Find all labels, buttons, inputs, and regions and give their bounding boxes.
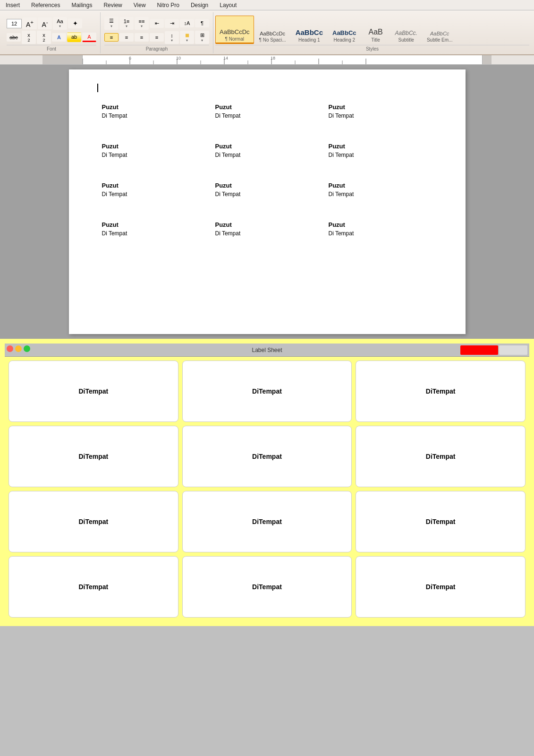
style-h2-preview: AaBbCc — [332, 29, 356, 36]
document-area: Puzut Di Tempat Puzut Di Tempat Puzut Di… — [0, 65, 534, 339]
style-title-preview: AaB — [368, 28, 382, 36]
font-size-input[interactable] — [7, 19, 22, 28]
mini-btn-1[interactable] — [460, 345, 498, 355]
style-no-spacing[interactable]: AaBbCcDc ¶ No Spaci... — [255, 16, 290, 44]
mini-btn-2[interactable] — [499, 345, 527, 355]
style-subtle-em[interactable]: AaBbCc Subtle Em... — [423, 16, 457, 44]
grow-font-button[interactable]: A+ — [23, 17, 37, 30]
increase-indent-button[interactable]: ⇥ — [165, 19, 179, 28]
doc-cell-8: Puzut Di Tempat — [211, 172, 324, 212]
highlight-button[interactable]: ab — [67, 33, 81, 42]
align-center-button[interactable]: ≡ — [119, 33, 134, 42]
multilevel-button[interactable]: ≡≡▾ — [135, 17, 149, 30]
bullets-button[interactable]: ☰▾ — [104, 17, 119, 30]
cell-9-subtext: Di Tempat — [329, 191, 423, 198]
cell-6-heading: Puzut — [329, 143, 423, 150]
label-7-text2: Tempat — [85, 518, 108, 525]
document-grid: Puzut Di Tempat Puzut Di Tempat Puzut Di… — [97, 94, 437, 251]
cell-6-subtext: Di Tempat — [329, 152, 423, 158]
menu-bar: Insert References Mailings Review View N… — [0, 0, 534, 10]
label-3-text2: Tempat — [432, 387, 456, 395]
label-3-text: Di — [426, 387, 432, 395]
taskbar-mini — [460, 345, 527, 355]
label-10-text: Di — [78, 583, 85, 591]
label-cell-12: Di Tempat — [356, 556, 526, 618]
cell-11-subtext: Di Tempat — [215, 230, 310, 237]
label-5-text2: Tempat — [259, 453, 282, 460]
label-9-text: Di — [426, 518, 432, 525]
superscript-button[interactable]: x2 — [37, 31, 51, 44]
close-button[interactable] — [7, 345, 13, 352]
doc-cell-3: Puzut Di Tempat — [324, 94, 437, 133]
decrease-indent-button[interactable]: ⇤ — [150, 19, 164, 28]
align-justify-button[interactable]: ≡ — [150, 33, 164, 42]
font-group-label: Font — [7, 45, 96, 52]
cell-2-subtext: Di Tempat — [215, 112, 310, 119]
cell-3-subtext: Di Tempat — [329, 112, 423, 119]
line-spacing-button[interactable]: ↕▾ — [165, 31, 179, 44]
minimize-button[interactable] — [15, 345, 22, 352]
style-nospace-preview: AaBbCcDc — [260, 31, 285, 36]
numbering-button[interactable]: 1≡▾ — [119, 17, 134, 30]
sort-button[interactable]: ↕A — [180, 19, 194, 27]
strikethrough-button[interactable]: abc — [7, 33, 21, 42]
subscript-button[interactable]: x2 — [22, 31, 36, 44]
doc-cell-4: Puzut Di Tempat — [97, 133, 211, 172]
menu-view[interactable]: View — [132, 1, 148, 9]
menu-design[interactable]: Design — [189, 1, 210, 9]
label-1-text: Di — [78, 387, 85, 395]
font-color-button[interactable]: A — [82, 33, 96, 42]
clear-format-button[interactable]: ✦ — [68, 18, 82, 28]
doc-cell-1: Puzut Di Tempat — [97, 94, 211, 133]
style-normal-label: ¶ Normal — [225, 36, 244, 42]
menu-layout[interactable]: Layout — [218, 1, 238, 9]
cell-9-heading: Puzut — [329, 182, 423, 189]
menu-references[interactable]: References — [29, 1, 62, 9]
menu-insert[interactable]: Insert — [4, 1, 22, 9]
style-heading2[interactable]: AaBbCc Heading 2 — [328, 16, 361, 44]
shrink-font-button[interactable]: A- — [38, 17, 52, 30]
label-9-text2: Tempat — [432, 518, 456, 525]
align-left-button[interactable]: ≡ — [104, 33, 119, 42]
cell-11-heading: Puzut — [215, 221, 310, 228]
change-case-button[interactable]: Aa▾ — [53, 17, 67, 30]
window-title-bar: Label Sheet — [5, 344, 529, 357]
doc-cell-5: Puzut Di Tempat — [211, 133, 324, 172]
style-subtitle[interactable]: AaBbCc. Subtitle — [391, 16, 422, 44]
align-right-button[interactable]: ≡ — [135, 33, 149, 42]
label-8-text2: Tempat — [259, 518, 282, 525]
menu-nitro-pro[interactable]: Nitro Pro — [155, 1, 181, 9]
ribbon: A+ A- Aa▾ ✦ abc x2 x2 A ab A Font ☰▾ 1≡▾… — [0, 10, 534, 55]
document-page[interactable]: Puzut Di Tempat Puzut Di Tempat Puzut Di… — [69, 69, 466, 334]
cell-5-heading: Puzut — [215, 143, 310, 150]
doc-cell-2: Puzut Di Tempat — [211, 94, 324, 133]
show-para-button[interactable]: ¶ — [195, 19, 209, 27]
label-cell-3: Di Tempat — [356, 361, 526, 422]
style-subtitle-preview: AaBbCc. — [395, 30, 417, 36]
borders-button[interactable]: ⊞▾ — [195, 31, 209, 44]
style-subtitle-label: Subtitle — [398, 37, 414, 43]
window-title-text: Label Sheet — [252, 347, 282, 353]
menu-review[interactable]: Review — [102, 1, 124, 9]
font-format-row: abc x2 x2 A ab A — [7, 31, 96, 44]
font-group: A+ A- Aa▾ ✦ abc x2 x2 A ab A Font — [3, 12, 101, 53]
styles-row: AaBbCcDc ¶ Normal AaBbCcDc ¶ No Spaci...… — [215, 16, 529, 44]
label-11-text: Di — [252, 583, 259, 591]
style-h1-preview: AaBbCc — [296, 28, 323, 36]
paragraph-group-label: Paragraph — [104, 45, 209, 52]
style-title[interactable]: AaB Title — [362, 16, 390, 44]
label-grid: Di Tempat Di Tempat Di Tempat Di Tempat … — [5, 357, 529, 621]
cell-4-subtext: Di Tempat — [102, 152, 196, 158]
label-2-text2: Tempat — [259, 387, 282, 395]
style-heading1[interactable]: AaBbCc Heading 1 — [291, 16, 327, 44]
style-normal[interactable]: AaBbCcDc ¶ Normal — [215, 16, 254, 44]
cell-5-subtext: Di Tempat — [215, 152, 310, 158]
maximize-button[interactable] — [24, 345, 30, 352]
text-effects-button[interactable]: A — [52, 33, 66, 42]
cell-12-subtext: Di Tempat — [329, 230, 423, 237]
label-cell-6: Di Tempat — [356, 426, 526, 487]
cell-10-subtext: Di Tempat — [102, 230, 196, 237]
menu-mailings[interactable]: Mailings — [69, 1, 94, 9]
shading-button[interactable]: ◼▾ — [180, 31, 194, 44]
svg-text:10: 10 — [176, 56, 181, 60]
